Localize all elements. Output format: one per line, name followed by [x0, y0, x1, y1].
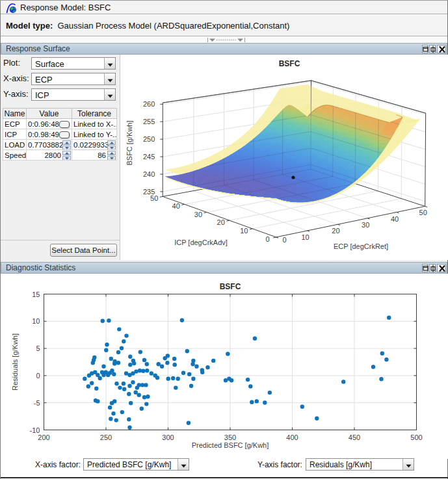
svg-text:10: 10	[240, 227, 248, 235]
svg-text:250: 250	[143, 135, 155, 143]
svg-text:40: 40	[391, 215, 399, 223]
svg-text:40: 40	[172, 202, 180, 210]
svg-text:50: 50	[419, 209, 427, 216]
svg-text:50: 50	[150, 194, 158, 202]
svg-text:0: 0	[283, 236, 287, 244]
svg-text:Residuals [g/Kwh]: Residuals [g/Kwh]	[11, 333, 19, 391]
svg-text:20: 20	[217, 218, 225, 226]
svg-text:260: 260	[143, 100, 155, 108]
svg-text:400: 400	[286, 434, 298, 441]
svg-text:5: 5	[36, 344, 40, 352]
svg-text:Predicted BSFC [g/Kwh]: Predicted BSFC [g/Kwh]	[192, 441, 269, 449]
svg-text:ECP [degCrkRet]: ECP [degCrkRet]	[334, 242, 388, 250]
svg-text:30: 30	[194, 211, 202, 218]
svg-text:200: 200	[38, 434, 49, 441]
svg-text:0: 0	[266, 235, 270, 243]
svg-text:250: 250	[100, 434, 112, 441]
svg-text:300: 300	[162, 434, 174, 441]
svg-text:10: 10	[301, 233, 309, 241]
svg-text:450: 450	[349, 434, 360, 441]
svg-text:-5: -5	[34, 399, 40, 407]
svg-text:BSFC [g/Kwh]: BSFC [g/Kwh]	[125, 120, 133, 165]
svg-text:255: 255	[143, 118, 155, 125]
svg-text:ICP [degCrkAdv]: ICP [degCrkAdv]	[174, 239, 228, 246]
svg-text:15: 15	[32, 291, 40, 298]
svg-text:BSFC: BSFC	[220, 282, 241, 291]
svg-text:30: 30	[362, 221, 369, 229]
svg-text:0: 0	[36, 372, 40, 380]
svg-text:500: 500	[410, 434, 422, 441]
svg-text:240: 240	[143, 170, 155, 178]
svg-text:BSFC: BSFC	[279, 59, 300, 68]
svg-text:350: 350	[224, 434, 236, 441]
svg-text:-10: -10	[30, 426, 40, 434]
svg-text:20: 20	[332, 227, 339, 235]
svg-text:245: 245	[143, 153, 155, 161]
svg-text:10: 10	[32, 317, 40, 325]
